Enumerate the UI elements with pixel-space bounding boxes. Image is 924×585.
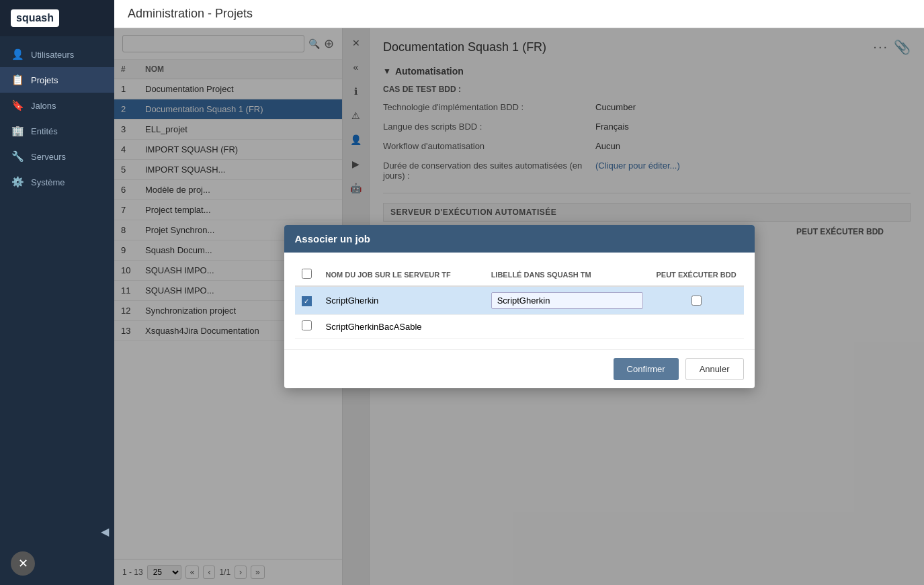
modal-table-row[interactable]: ScriptGherkinBacASable — [295, 315, 744, 339]
row-nom-job: ScriptGherkin — [319, 286, 485, 315]
logo-text: squash — [16, 12, 54, 24]
modal-col-nom: NOM DU JOB SUR LE SERVEUR TF — [319, 263, 485, 286]
modal-associer-job: Associer un job NOM DU JOB SUR LE SERVEU… — [284, 225, 755, 388]
row-checkbox[interactable] — [302, 320, 312, 330]
sidebar-nav: 👤 Utilisateurs 📋 Projets 🔖 Jalons 🏢 Enti… — [0, 36, 114, 521]
serveurs-icon: 🔧 — [11, 150, 24, 163]
chevron-left-icon: ◀ — [101, 525, 109, 538]
row-check-cell — [295, 315, 319, 339]
modal-col-check — [295, 263, 319, 286]
sidebar-item-entites[interactable]: 🏢 Entités — [0, 118, 114, 144]
sidebar-item-systeme[interactable]: ⚙️ Système — [0, 169, 114, 195]
cancel-button[interactable]: Annuler — [685, 358, 744, 380]
admin-header: Administration - Projets — [114, 0, 924, 28]
row-nom-job: ScriptGherkinBacASable — [319, 315, 485, 339]
main-content: Administration - Projets 🔍 ⊕ # NOM — [114, 0, 924, 585]
projets-icon: 📋 — [11, 74, 24, 86]
row-libelle-cell — [485, 315, 650, 339]
sidebar-item-label-systeme: Système — [31, 177, 65, 187]
modal-overlay: Associer un job NOM DU JOB SUR LE SERVEU… — [114, 28, 924, 585]
jalons-icon: 🔖 — [11, 99, 24, 111]
modal-header: Associer un job — [284, 225, 755, 253]
sidebar-item-label-jalons: Jalons — [31, 101, 56, 111]
modal-title: Associer un job — [295, 233, 371, 244]
close-button[interactable]: ✕ — [11, 551, 35, 576]
sidebar-logo: squash — [0, 0, 114, 36]
page-title: Administration - Projets — [128, 7, 253, 21]
modal-table-row[interactable]: ✓ ScriptGherkin — [295, 286, 744, 315]
row-peut-cell — [650, 286, 744, 315]
row-check-cell: ✓ — [295, 286, 319, 315]
modal-table: NOM DU JOB SUR LE SERVEUR TF LIBELLÉ DAN… — [295, 263, 744, 339]
sidebar-item-utilisateurs[interactable]: 👤 Utilisateurs — [0, 42, 114, 67]
row-libelle-cell — [485, 286, 650, 315]
sidebar-item-label-utilisateurs: Utilisateurs — [31, 50, 74, 60]
libelle-input[interactable] — [491, 292, 643, 309]
sidebar-item-label-entites: Entités — [31, 126, 58, 136]
sidebar: squash 👤 Utilisateurs 📋 Projets 🔖 Jalons… — [0, 0, 114, 585]
sidebar-item-label-serveurs: Serveurs — [31, 152, 66, 162]
modal-col-libelle: LIBELLÉ DANS SQUASH TM — [485, 263, 650, 286]
content-area: 🔍 ⊕ # NOM 1 Documentation Project 2 Docu… — [114, 28, 924, 585]
select-all-checkbox[interactable] — [302, 269, 312, 279]
sidebar-footer: ✕ — [0, 542, 114, 585]
peut-executer-checkbox[interactable] — [691, 296, 702, 306]
sidebar-item-label-projets: Projets — [31, 75, 58, 85]
collapse-sidebar-button[interactable]: ◀ — [0, 521, 114, 542]
sidebar-item-jalons[interactable]: 🔖 Jalons — [0, 93, 114, 118]
modal-col-peut: PEUT EXÉCUTER BDD — [650, 263, 744, 286]
row-peut-cell — [650, 315, 744, 339]
row-checkbox[interactable]: ✓ — [302, 296, 312, 306]
entites-icon: 🏢 — [11, 125, 24, 137]
systeme-icon: ⚙️ — [11, 176, 24, 188]
confirm-button[interactable]: Confirmer — [614, 358, 679, 380]
user-icon: 👤 — [11, 48, 24, 60]
modal-footer: Confirmer Annuler — [284, 349, 755, 388]
modal-body: NOM DU JOB SUR LE SERVEUR TF LIBELLÉ DAN… — [284, 253, 755, 349]
sidebar-item-projets[interactable]: 📋 Projets — [0, 67, 114, 93]
sidebar-item-serveurs[interactable]: 🔧 Serveurs — [0, 144, 114, 169]
logo-box: squash — [11, 9, 59, 27]
